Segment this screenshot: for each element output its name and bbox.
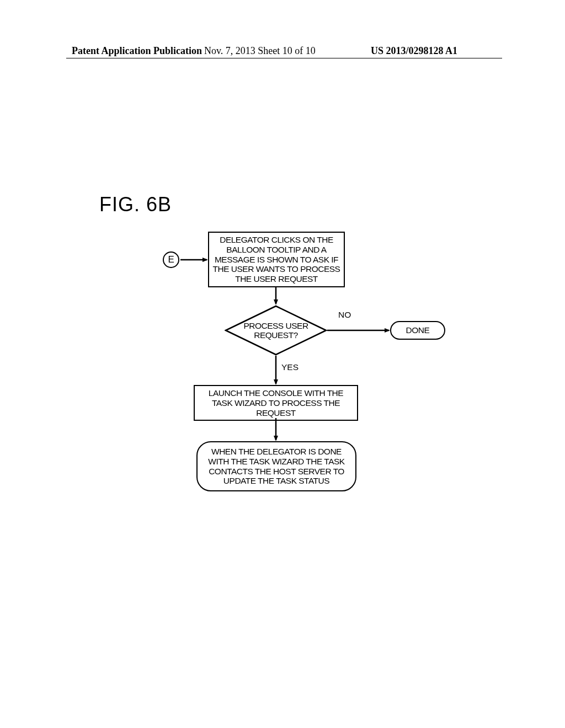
header-center: Nov. 7, 2013 Sheet 10 of 10: [204, 45, 316, 57]
edge-label-yes: YES: [281, 362, 299, 372]
process-box-delegator-clicks: DELEGATOR CLICKS ON THE BALLOON TOOLTIP …: [208, 232, 345, 287]
page: Patent Application Publication Nov. 7, 2…: [0, 0, 565, 728]
decision-text: PROCESS USER REQUEST?: [225, 321, 327, 340]
header-rule: [66, 58, 502, 58]
terminator-done-text: DONE: [406, 325, 430, 335]
decision-process-request: PROCESS USER REQUEST?: [225, 305, 327, 356]
figure-label: FIG. 6B: [99, 193, 172, 216]
terminator-update-status: WHEN THE DELEGATOR IS DONE WITH THE TASK…: [196, 441, 356, 491]
terminator-done: DONE: [390, 321, 445, 340]
connector-e: E: [163, 251, 179, 268]
header-right: US 2013/0298128 A1: [371, 45, 457, 57]
header-left: Patent Application Publication: [72, 45, 202, 57]
connector-e-label: E: [168, 254, 174, 265]
process-box-launch-console-text: LAUNCH THE CONSOLE WITH THE TASK WIZARD …: [209, 388, 343, 417]
terminator-update-status-text: WHEN THE DELEGATOR IS DONE WITH THE TASK…: [208, 447, 344, 485]
process-box-delegator-clicks-text: DELEGATOR CLICKS ON THE BALLOON TOOLTIP …: [213, 235, 340, 283]
process-box-launch-console: LAUNCH THE CONSOLE WITH THE TASK WIZARD …: [194, 385, 358, 421]
edge-label-no: NO: [338, 310, 351, 320]
